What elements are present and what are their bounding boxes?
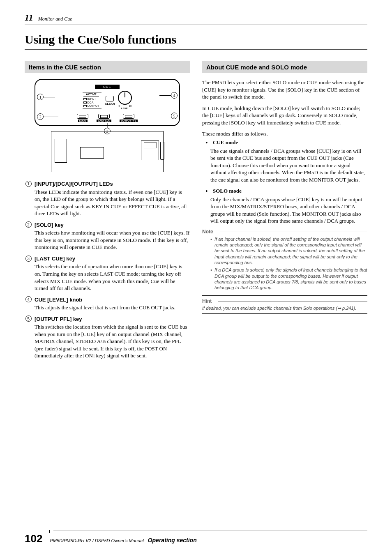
outputpfl-button-group: OUTPUT PFL: [120, 114, 138, 122]
note-text: If an input channel is soloed, the on/of…: [214, 236, 367, 265]
definition-item: 2 [SOLO] key This selects how monitoring…: [25, 221, 190, 251]
led-input: INPUT: [83, 97, 99, 101]
clear-label: CLEAR: [105, 102, 115, 105]
footer-rule: [53, 530, 367, 530]
bullet-icon: •: [210, 267, 214, 290]
active-label: ACTIVE: [83, 93, 99, 97]
mode-body: Only the channels / DCA groups whose [CU…: [202, 196, 367, 225]
definition-content: [OUTPUT PFL] key This switches the locat…: [32, 315, 190, 359]
led-label: OUTPUT: [88, 104, 99, 108]
hint-text: If desired, you can exclude specific cha…: [202, 306, 367, 311]
outline-block: [55, 139, 67, 163]
mode-title-row: • CUE mode: [202, 139, 367, 147]
knob-label: LEVEL: [121, 107, 129, 110]
definition-item: 4 CUE [LEVEL] knob This adjusts the sign…: [25, 296, 190, 311]
paragraph: In CUE mode, holding down the [SOLO] key…: [202, 105, 367, 127]
solo-button-icon: [77, 114, 88, 119]
bullet-icon: •: [210, 236, 214, 265]
paragraph: The PM5D lets you select either SOLO mod…: [202, 79, 367, 101]
solo-button-label: SOLO: [78, 120, 88, 122]
definition-content: [LAST CUE] key This selects the mode of …: [32, 255, 190, 292]
led-dca: DCA: [83, 101, 99, 104]
cue-bottom-row: SOLO LAST CUE OUTPUT PFL: [39, 114, 176, 122]
bullet-icon: •: [205, 139, 210, 147]
definition-content: [SOLO] key This selects how monitoring w…: [32, 221, 190, 251]
chapter-title: Monitor and Cue: [38, 16, 72, 22]
content-columns: Items in the CUE section 1 2 4 5 3 CUE A…: [25, 61, 367, 364]
knob-scale-min: 0: [118, 105, 120, 107]
definition-title: [OUTPUT PFL] key: [35, 315, 190, 323]
led-label: INPUT: [88, 97, 96, 101]
definition-item: 3 [LAST CUE] key This selects the mode o…: [25, 255, 190, 292]
definition-item: 1 [INPUT]/[DCA]/[OUTPUT] LEDs These LEDs…: [25, 180, 190, 217]
outline-block: [141, 140, 159, 160]
definition-title: [LAST CUE] key: [35, 255, 190, 263]
cue-panel-contents: CUE ACTIVE INPUT DCA OUTPUT CLEAR: [39, 85, 176, 122]
clear-button: [106, 96, 114, 101]
active-led-group: ACTIVE INPUT DCA OUTPUT: [83, 92, 102, 109]
clear-button-group: CLEAR: [105, 96, 115, 105]
note-item: • If a DCA group is soloed, only the sig…: [210, 267, 367, 290]
mode-title: CUE mode: [210, 139, 238, 147]
level-knob-group: 0 10 LEVEL: [118, 91, 132, 110]
hint-label: Hint: [202, 298, 367, 304]
led-icon: [83, 101, 87, 104]
right-column: About CUE mode and SOLO mode The PM5D le…: [202, 61, 367, 364]
outputpfl-button-icon: [123, 114, 134, 119]
knob-scale-max: 10: [129, 105, 132, 107]
definition-body: This selects the mode of operation when …: [35, 263, 190, 292]
mode-item-cue: • CUE mode The cue signals of channels /…: [202, 139, 367, 184]
callout-line: [107, 123, 108, 128]
footer-section: Operating section: [148, 537, 197, 543]
console-outline-diagram: [51, 131, 163, 172]
outputpfl-button-label: OUTPUT PFL: [120, 120, 138, 122]
lastcue-button-label: LAST CUE: [97, 120, 111, 122]
paragraph: These modes differ as follows.: [202, 130, 367, 138]
led-icon: [83, 105, 87, 107]
definition-body: This selects how monitoring will occur w…: [35, 229, 190, 251]
lastcue-button-icon: [98, 114, 110, 119]
mode-title: SOLO mode: [210, 188, 242, 195]
level-knob-icon: [118, 91, 132, 105]
footer-tick: [49, 530, 50, 533]
definition-body: This adjusts the signal level that is se…: [35, 304, 190, 311]
solo-button-group: SOLO: [77, 114, 88, 122]
hint-block: Hint If desired, you can exclude specifi…: [202, 295, 367, 314]
mode-body: The cue signals of channels / DCA groups…: [202, 147, 367, 184]
note-label: Note: [202, 229, 367, 235]
cue-panel-diagram: 1 2 4 5 3 CUE ACTIVE INPUT DCA OUTPUT: [35, 79, 180, 126]
definition-list: 1 [INPUT]/[DCA]/[OUTPUT] LEDs These LEDs…: [25, 180, 190, 359]
definition-number: 4: [25, 296, 32, 304]
definition-body: This switches the location from which th…: [35, 323, 190, 359]
mode-item-solo: • SOLO mode Only the channels / DCA grou…: [202, 188, 367, 225]
page-title: Using the Cue/Solo functions: [25, 32, 367, 50]
definition-title: [SOLO] key: [35, 221, 190, 229]
footer-doc-title: PM5D/PM5D-RH V2 / DSP5D Owner's Manual: [50, 538, 143, 543]
section-header-about: About CUE mode and SOLO mode: [202, 61, 367, 73]
left-column: Items in the CUE section 1 2 4 5 3 CUE A…: [25, 61, 190, 364]
page-footer: 102 PM5D/PM5D-RH V2 / DSP5D Owner's Manu…: [25, 532, 367, 545]
led-label: DCA: [88, 101, 94, 104]
section-header-items: Items in the CUE section: [25, 61, 190, 73]
note-item: • If an input channel is soloed, the on/…: [210, 236, 367, 265]
outline-block: [80, 147, 104, 159]
definition-number: 1: [25, 180, 32, 188]
definition-item: 5 [OUTPUT PFL] key This switches the loc…: [25, 315, 190, 359]
page-header: 11 Monitor and Cue: [25, 12, 367, 25]
lastcue-button-group: LAST CUE: [97, 114, 111, 122]
definition-title: [INPUT]/[DCA]/[OUTPUT] LEDs: [35, 180, 190, 188]
note-text: If a DCA group is soloed, only the signa…: [214, 267, 367, 290]
led-output: OUTPUT: [83, 104, 99, 108]
cue-top-row: ACTIVE INPUT DCA OUTPUT CLEAR 0 10: [39, 91, 176, 110]
definition-title: CUE [LEVEL] knob: [35, 296, 190, 304]
definition-content: [INPUT]/[DCA]/[OUTPUT] LEDs These LEDs i…: [32, 180, 190, 217]
definition-number: 3: [25, 255, 32, 263]
definition-number: 5: [25, 315, 32, 323]
definition-body: These LEDs indicate the monitoring statu…: [35, 189, 190, 217]
led-icon: [83, 98, 87, 100]
cue-title-bar: CUE: [95, 85, 120, 89]
mode-title-row: • SOLO mode: [202, 188, 367, 195]
definition-content: CUE [LEVEL] knob This adjusts the signal…: [32, 296, 190, 311]
note-block: Note • If an input channel is soloed, th…: [202, 229, 367, 291]
bullet-icon: •: [205, 188, 210, 195]
